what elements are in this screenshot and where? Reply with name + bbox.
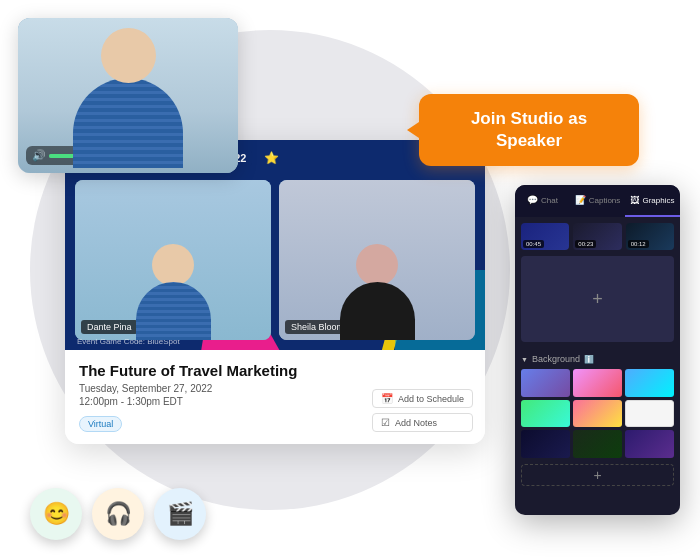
video-camera-button[interactable]: 🎬 [154, 488, 206, 540]
speaker-feed-inner: 🔊 [18, 18, 238, 173]
graphics-icon: 🖼 [630, 195, 639, 205]
bg-thumb-5[interactable] [573, 400, 622, 428]
bg-thumb-1[interactable] [521, 369, 570, 397]
background-section: ▼ Background ℹ️ + [515, 348, 680, 492]
tab-chat-label: Chat [541, 196, 558, 205]
overlay-thumb-2[interactable]: 00:23 [573, 223, 621, 250]
tab-captions[interactable]: 📝 Captions [570, 185, 625, 217]
overlay-time-2: 00:23 [575, 240, 596, 248]
overlay-section: 00:45 00:23 00:12 + [515, 217, 680, 348]
bg-thumb-2[interactable] [573, 369, 622, 397]
captions-icon: 📝 [575, 195, 586, 205]
tab-captions-label: Captions [589, 196, 621, 205]
audio-icon: 🔊 [32, 149, 46, 162]
speaker-video-feed: 🔊 [18, 18, 238, 173]
tab-graphics[interactable]: 🖼 Graphics [625, 185, 680, 217]
bg-info-icon: ℹ️ [584, 355, 594, 364]
calendar-icon: 📅 [381, 393, 393, 404]
star-icon: ⭐ [264, 151, 279, 165]
background-grid: + [521, 369, 674, 486]
overlay-time-1: 00:45 [523, 240, 544, 248]
speaker-dante-video [75, 180, 271, 340]
event-actions: 📅 Add to Schedule ☑ Add Notes [372, 389, 473, 432]
add-notes-button[interactable]: ☑ Add Notes [372, 413, 473, 432]
headphones-button[interactable]: 🎧 [92, 488, 144, 540]
overlay-thumb-1[interactable]: 00:45 [521, 223, 569, 250]
bg-thumb-7[interactable] [521, 430, 570, 458]
overlay-grid: 00:45 00:23 00:12 [521, 223, 674, 250]
emoji-button[interactable]: 😊 [30, 488, 82, 540]
event-info: The Future of Travel Marketing Tuesday, … [65, 350, 485, 444]
video-camera-icon: 🎬 [167, 501, 194, 527]
emoji-icon: 😊 [43, 501, 70, 527]
speaker-sheila-video [279, 180, 475, 340]
tab-graphics-label: Graphics [642, 196, 674, 205]
add-overlay-button[interactable]: + [521, 256, 674, 342]
bg-thumb-3[interactable] [625, 369, 674, 397]
panel-tabs: 💬 Chat 📝 Captions 🖼 Graphics [515, 185, 680, 217]
chat-icon: 💬 [527, 195, 538, 205]
bg-thumb-8[interactable] [573, 430, 622, 458]
add-background-button[interactable]: + [521, 464, 674, 486]
bottom-toolbar: 😊 🎧 🎬 [30, 488, 206, 540]
notes-icon: ☑ [381, 417, 390, 428]
speaker-panel-dante: Dante Pina [75, 180, 271, 340]
speakers-grid: Dante Pina Sheila Bloomfield [75, 180, 475, 340]
event-title: The Future of Travel Marketing [79, 362, 471, 379]
background-section-title: ▼ Background ℹ️ [521, 354, 674, 364]
add-schedule-label: Add to Schedule [398, 394, 464, 404]
headphones-icon: 🎧 [105, 501, 132, 527]
event-card: ✈ Association ofAirline Executives AAE 2… [65, 140, 485, 444]
add-to-schedule-button[interactable]: 📅 Add to Schedule [372, 389, 473, 408]
join-studio-label: Join Studio as Speaker [471, 109, 587, 150]
join-studio-button[interactable]: Join Studio as Speaker [419, 94, 639, 166]
button-arrow [407, 122, 419, 138]
bg-thumb-9[interactable] [625, 430, 674, 458]
virtual-badge: Virtual [79, 416, 122, 432]
studio-panel: 💬 Chat 📝 Captions 🖼 Graphics 00:45 00:23… [515, 185, 680, 515]
tab-chat[interactable]: 💬 Chat [515, 185, 570, 217]
overlay-time-3: 00:12 [628, 240, 649, 248]
add-notes-label: Add Notes [395, 418, 437, 428]
bg-thumb-6[interactable] [625, 400, 674, 428]
speaker-panel-sheila: Sheila Bloomfield [279, 180, 475, 340]
bg-title-text: Background [532, 354, 580, 364]
bg-thumb-4[interactable] [521, 400, 570, 428]
overlay-thumb-3[interactable]: 00:12 [626, 223, 674, 250]
